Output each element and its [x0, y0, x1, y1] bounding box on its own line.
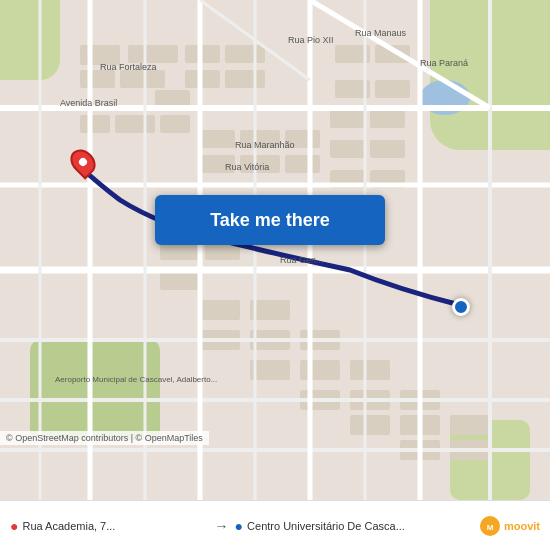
- block: [400, 440, 440, 460]
- block: [80, 115, 110, 133]
- block: [350, 360, 390, 380]
- block: [300, 330, 340, 350]
- block: [240, 155, 280, 173]
- current-location-pin: [452, 298, 470, 316]
- block: [155, 90, 190, 110]
- block: [330, 140, 365, 158]
- block: [450, 415, 490, 435]
- block: [330, 110, 365, 128]
- block: [200, 155, 235, 173]
- block: [160, 270, 200, 290]
- lake: [420, 80, 470, 115]
- block: [240, 130, 280, 148]
- route-arrow: →: [209, 518, 235, 534]
- moovit-icon: M: [479, 515, 501, 537]
- block: [350, 415, 390, 435]
- park-area-bottomleft: [30, 340, 160, 440]
- block: [120, 70, 165, 88]
- block: [225, 45, 265, 63]
- block: [335, 80, 370, 98]
- block: [160, 115, 190, 133]
- block: [128, 45, 178, 63]
- moovit-logo: M moovit: [473, 515, 540, 537]
- park-area-topright: [430, 0, 550, 150]
- from-icon: ●: [10, 518, 18, 534]
- copyright-text: © OpenStreetMap contributors | © OpenMap…: [0, 431, 209, 445]
- to-label: Centro Universitário De Casca...: [247, 520, 405, 532]
- block: [370, 110, 405, 128]
- bottom-bar: ● Rua Academia, 7... → ● Centro Universi…: [0, 500, 550, 550]
- block: [375, 80, 410, 98]
- block: [185, 70, 220, 88]
- svg-text:M: M: [487, 523, 494, 532]
- route-to: ● Centro Universitário De Casca...: [235, 518, 473, 534]
- block: [115, 115, 155, 133]
- block: [335, 45, 370, 63]
- block: [250, 360, 290, 380]
- block: [400, 415, 440, 435]
- map-container: Rua Fortaleza Avenida Brasil Rua Manaus …: [0, 0, 550, 500]
- route-from: ● Rua Academia, 7...: [10, 518, 209, 534]
- to-icon: ●: [235, 518, 243, 534]
- take-me-there-button[interactable]: Take me there: [155, 195, 385, 245]
- block: [200, 330, 240, 350]
- block: [185, 45, 220, 63]
- block: [250, 330, 290, 350]
- block: [80, 70, 115, 88]
- block: [370, 170, 405, 188]
- park-area-topleft: [0, 0, 60, 80]
- block: [330, 170, 365, 188]
- block: [80, 45, 120, 65]
- block: [370, 140, 405, 158]
- block: [285, 130, 320, 148]
- block: [375, 45, 410, 63]
- block: [285, 155, 320, 173]
- block: [300, 360, 340, 380]
- block: [250, 300, 290, 320]
- block: [350, 390, 390, 410]
- block: [200, 130, 235, 148]
- block: [200, 300, 240, 320]
- block: [225, 70, 265, 88]
- moovit-text: moovit: [504, 520, 540, 532]
- block: [450, 440, 490, 460]
- block: [300, 390, 340, 410]
- origin-pin: [72, 148, 94, 176]
- block: [400, 390, 440, 410]
- from-label: Rua Academia, 7...: [22, 520, 115, 532]
